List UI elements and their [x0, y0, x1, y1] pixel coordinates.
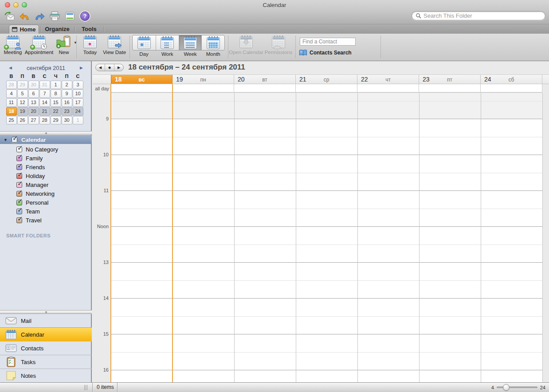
- mini-calendar-day[interactable]: 21: [39, 107, 50, 116]
- mini-calendar-day[interactable]: 7: [39, 89, 50, 98]
- day-header-21[interactable]: 21ср: [296, 75, 357, 84]
- mini-calendar-day[interactable]: 28: [39, 116, 50, 124]
- next-week-button[interactable]: ▶: [114, 64, 123, 71]
- mini-calendar-day[interactable]: 23: [62, 107, 72, 116]
- mini-calendar-day[interactable]: 19: [17, 107, 28, 116]
- mini-calendar-day[interactable]: 24: [73, 107, 83, 116]
- tab-organize[interactable]: Organize: [41, 25, 74, 34]
- disclosure-triangle-icon[interactable]: ▼: [4, 138, 8, 142]
- view-button-month[interactable]: Month: [201, 35, 224, 50]
- mini-calendar-day[interactable]: 29: [51, 116, 61, 124]
- calendar-checkbox[interactable]: [12, 137, 17, 143]
- category-item[interactable]: Networking: [0, 189, 92, 198]
- category-checkbox[interactable]: [16, 217, 22, 223]
- zoom-slider-track[interactable]: [497, 387, 537, 388]
- all-day-cell[interactable]: [173, 84, 234, 93]
- mini-calendar-day[interactable]: 12: [17, 98, 28, 107]
- send-receive-icon[interactable]: [4, 10, 16, 22]
- view-button-week[interactable]: Week: [179, 35, 202, 50]
- mini-calendar-day[interactable]: 26: [17, 116, 28, 124]
- category-checkbox[interactable]: [16, 173, 22, 179]
- mini-calendar-day[interactable]: 30: [62, 116, 72, 124]
- zoom-slider-thumb[interactable]: [503, 384, 510, 391]
- category-checkbox[interactable]: [16, 200, 22, 206]
- day-header-19[interactable]: 19пн: [173, 75, 234, 84]
- tab-tools[interactable]: Tools: [75, 25, 103, 34]
- all-day-cell[interactable]: [234, 84, 296, 93]
- nav-item-notes[interactable]: Notes: [0, 369, 92, 382]
- search-field[interactable]: [412, 11, 545, 20]
- mini-calendar-day[interactable]: 30: [28, 81, 39, 89]
- category-item[interactable]: Team: [0, 207, 92, 216]
- permissions-button[interactable]: Permissions: [263, 35, 294, 55]
- day-header-22[interactable]: 22чт: [357, 75, 419, 84]
- contacts-search-button[interactable]: Contacts Search: [299, 48, 352, 57]
- sidebar-resize-grip[interactable]: [84, 385, 88, 390]
- category-checkbox[interactable]: [16, 164, 22, 170]
- day-header-23[interactable]: 23пт: [419, 75, 481, 84]
- view-button-work[interactable]: Work: [156, 35, 179, 50]
- mini-calendar-day[interactable]: 10: [73, 89, 83, 98]
- prev-month-button[interactable]: ◀: [9, 66, 12, 70]
- mini-calendar-day[interactable]: 16: [62, 98, 72, 107]
- go-to-today-button[interactable]: ◆: [105, 64, 114, 71]
- mini-calendar-day[interactable]: 6: [28, 89, 39, 98]
- all-day-cell[interactable]: [419, 84, 481, 93]
- mini-calendar-day[interactable]: 3: [73, 81, 83, 89]
- nav-item-tasks[interactable]: Tasks: [0, 355, 92, 369]
- mini-calendar-day[interactable]: 9: [62, 89, 72, 98]
- time-grid[interactable]: 91011Noon13141516: [93, 93, 549, 382]
- category-item[interactable]: Friends: [0, 163, 92, 171]
- all-day-cell[interactable]: [481, 84, 542, 93]
- redo-icon[interactable]: [34, 10, 46, 22]
- help-icon[interactable]: ?: [79, 10, 91, 22]
- mini-calendar-day[interactable]: 15: [51, 98, 61, 107]
- nav-item-calendar[interactable]: Calendar: [0, 327, 92, 341]
- nav-splitter[interactable]: [0, 310, 92, 314]
- nav-item-mail[interactable]: Mail: [0, 314, 92, 327]
- category-item[interactable]: No Category: [0, 145, 92, 154]
- mini-calendar-day[interactable]: 4: [6, 89, 17, 98]
- category-checkbox[interactable]: [16, 147, 22, 152]
- mini-calendar-day[interactable]: 28: [6, 81, 17, 89]
- mini-calendar-day[interactable]: 31: [39, 81, 50, 89]
- new-button[interactable]: New ▼: [54, 35, 74, 55]
- day-header-24[interactable]: 24сб: [481, 75, 542, 84]
- category-item[interactable]: Travel: [0, 216, 92, 225]
- mini-calendar-day[interactable]: 13: [28, 98, 39, 107]
- nav-item-contacts[interactable]: Contacts: [0, 341, 92, 355]
- category-checkbox[interactable]: [16, 155, 22, 161]
- previous-week-button[interactable]: ◀: [96, 64, 105, 71]
- category-checkbox[interactable]: [16, 182, 22, 188]
- mini-calendar-day[interactable]: 14: [39, 98, 50, 107]
- open-calendar-button[interactable]: Open Calendar: [229, 35, 263, 55]
- mini-calendar-day[interactable]: 8: [51, 89, 61, 98]
- next-month-button[interactable]: ▶: [80, 66, 83, 70]
- mini-calendar-day[interactable]: 1: [73, 116, 83, 124]
- category-item[interactable]: Family: [0, 154, 92, 163]
- day-header-20[interactable]: 20вт: [234, 75, 296, 84]
- mini-calendar-day[interactable]: 29: [17, 81, 28, 89]
- mini-calendar-day[interactable]: 27: [28, 116, 39, 124]
- mini-calendar-day[interactable]: 22: [51, 107, 61, 116]
- calendar-list-header[interactable]: ▼ Calendar: [0, 135, 92, 144]
- category-item[interactable]: Personal: [0, 198, 92, 207]
- mini-calendar-day[interactable]: 17: [73, 98, 83, 107]
- meeting-button[interactable]: Meeting: [1, 35, 24, 55]
- all-day-cell[interactable]: [357, 84, 419, 93]
- reading-pane-icon[interactable]: [64, 10, 76, 22]
- day-header-18[interactable]: 18вс: [111, 75, 173, 84]
- mini-calendar-day[interactable]: 18: [6, 107, 17, 116]
- print-icon[interactable]: [49, 10, 61, 22]
- view-button-day[interactable]: Day: [133, 35, 156, 50]
- all-day-cell[interactable]: [111, 84, 173, 93]
- undo-icon[interactable]: [19, 10, 31, 22]
- tab-home[interactable]: Home: [9, 25, 39, 34]
- category-item[interactable]: Holiday: [0, 171, 92, 180]
- appointment-button[interactable]: Appointment: [24, 35, 54, 55]
- mini-calendar-day[interactable]: 1: [51, 81, 61, 89]
- find-contact-input[interactable]: [300, 38, 356, 46]
- mini-calendar-day[interactable]: 2: [62, 81, 72, 89]
- all-day-cell[interactable]: [296, 84, 357, 93]
- category-checkbox[interactable]: [16, 209, 22, 214]
